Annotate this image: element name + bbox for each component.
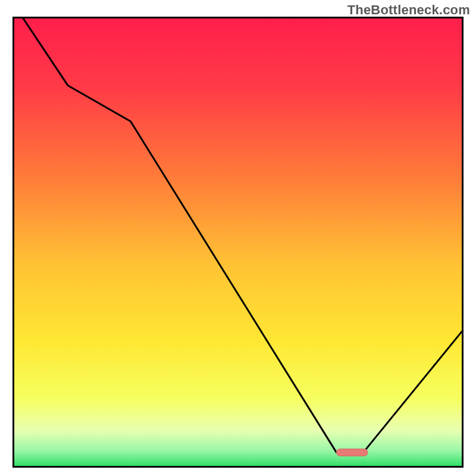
gradient-fill — [14, 18, 462, 466]
chart-frame: TheBottleneck.com — [0, 0, 476, 476]
watermark-label: TheBottleneck.com — [347, 2, 470, 18]
plot-area — [14, 18, 462, 466]
optimal-range-marker — [336, 449, 368, 456]
